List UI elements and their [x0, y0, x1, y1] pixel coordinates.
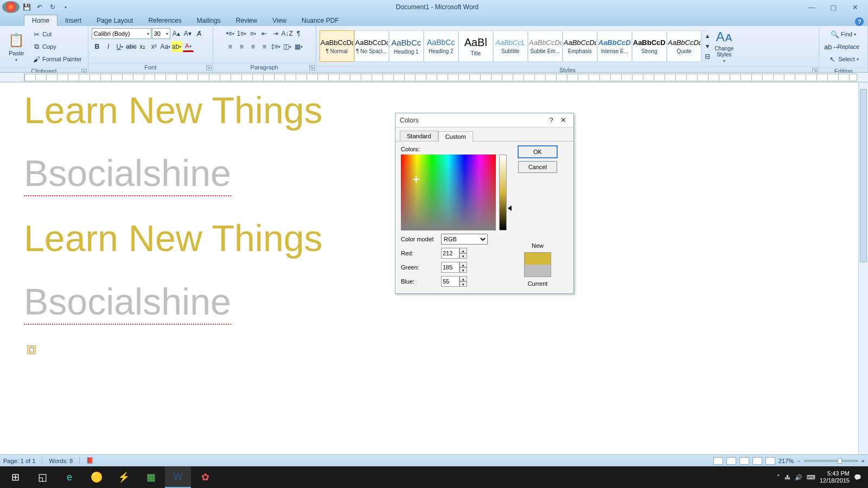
- input-icon[interactable]: ⌨: [807, 474, 815, 481]
- chrome-icon[interactable]: 🟡: [84, 466, 110, 488]
- numbering-button[interactable]: 1≡▾: [236, 28, 247, 39]
- close-button[interactable]: ✕: [847, 2, 863, 12]
- shrink-font-button[interactable]: A▾: [182, 28, 193, 39]
- office-button[interactable]: [2, 1, 20, 13]
- superscript-button[interactable]: x²: [149, 41, 159, 52]
- tab-standard[interactable]: Standard: [400, 131, 438, 142]
- style-item-subtitle[interactable]: AaBbCcLSubtitle: [493, 30, 528, 62]
- align-left-button[interactable]: ≡: [225, 41, 235, 52]
- luminance-slider[interactable]: [499, 155, 507, 230]
- bullets-button[interactable]: •≡▾: [225, 28, 235, 39]
- undo-icon[interactable]: ↶: [35, 2, 44, 12]
- app-icon[interactable]: ▦: [138, 466, 164, 488]
- strikethrough-button[interactable]: abc: [126, 41, 137, 52]
- grow-font-button[interactable]: A▴: [171, 28, 182, 39]
- tray-chevron-icon[interactable]: ˄: [777, 474, 780, 481]
- zoom-out-button[interactable]: −: [797, 458, 800, 464]
- task-view-button[interactable]: ◱: [29, 466, 55, 488]
- spin-down-icon[interactable]: ▾: [459, 281, 467, 287]
- color-model-select[interactable]: RGB: [441, 234, 488, 245]
- start-button[interactable]: ⊞: [2, 466, 28, 488]
- ok-button[interactable]: OK: [518, 146, 557, 158]
- style-item-subtle-em-[interactable]: AaBbCcDdSubtle Em...: [528, 30, 563, 62]
- spin-up-icon[interactable]: ▴: [459, 276, 467, 281]
- paste-button[interactable]: 📋 Paste ▾: [3, 29, 29, 65]
- clock[interactable]: 5:43 PM 12/18/2015: [820, 470, 850, 484]
- spin-up-icon[interactable]: ▴: [459, 262, 467, 267]
- web-layout-view-button[interactable]: [739, 457, 749, 465]
- tab-insert[interactable]: Insert: [58, 15, 89, 26]
- dialog-close-button[interactable]: ✕: [557, 116, 569, 124]
- spin-up-icon[interactable]: ▴: [459, 248, 467, 253]
- green-spinner[interactable]: ▴▾: [441, 262, 467, 273]
- copy-button[interactable]: ⧉Copy: [29, 41, 85, 53]
- spin-down-icon[interactable]: ▾: [459, 253, 467, 259]
- style-item-intense-e-[interactable]: AaBbCcDdIntense E...: [597, 30, 632, 62]
- cut-button[interactable]: ✂Cut: [29, 28, 85, 40]
- zoom-slider-knob[interactable]: [838, 458, 842, 464]
- save-icon[interactable]: 💾: [22, 2, 31, 12]
- multilevel-list-button[interactable]: ≡▾: [247, 28, 258, 39]
- underline-button[interactable]: U▾: [114, 41, 125, 52]
- style-item-heading-2[interactable]: AaBbCcHeading 2: [424, 30, 458, 62]
- page-status[interactable]: Page: 1 of 1: [3, 458, 35, 464]
- style-item-emphasis[interactable]: AaBbCcDdEmphasis: [563, 30, 597, 62]
- style-item--normal[interactable]: AaBbCcDd¶ Normal: [320, 30, 354, 62]
- change-case-button[interactable]: Aa▾: [160, 41, 171, 52]
- volume-icon[interactable]: 🔊: [795, 474, 802, 481]
- tab-review[interactable]: Review: [228, 15, 265, 26]
- increase-indent-button[interactable]: ⇥: [270, 28, 281, 39]
- red-input[interactable]: [441, 248, 459, 259]
- tab-references[interactable]: References: [141, 15, 189, 26]
- tab-custom[interactable]: Custom: [438, 131, 473, 142]
- highlight-button[interactable]: ab▾: [171, 41, 182, 52]
- align-center-button[interactable]: ≡: [236, 41, 247, 52]
- qat-customize-icon[interactable]: ▾: [61, 2, 71, 12]
- decrease-indent-button[interactable]: ⇤: [259, 28, 270, 39]
- dialog-help-button[interactable]: ?: [545, 116, 557, 124]
- horizontal-ruler[interactable]: [24, 74, 857, 81]
- cancel-button[interactable]: Cancel: [518, 161, 557, 173]
- tab-view[interactable]: View: [265, 15, 294, 26]
- italic-button[interactable]: I: [103, 41, 114, 52]
- justify-button[interactable]: ≡: [259, 41, 270, 52]
- style-item-strong[interactable]: AaBbCcDdStrong: [632, 30, 667, 62]
- select-button[interactable]: ↖Select▾: [825, 53, 861, 65]
- draft-view-button[interactable]: [765, 457, 775, 465]
- help-icon[interactable]: ?: [855, 17, 864, 26]
- dialog-launcher-icon[interactable]: ↘: [309, 65, 315, 70]
- green-input[interactable]: [441, 262, 459, 273]
- paste-options-smart-tag[interactable]: 📋: [27, 345, 36, 354]
- line-spacing-button[interactable]: ‡≡▾: [270, 41, 281, 52]
- style-item--no-spaci-[interactable]: AaBbCcDd¶ No Spaci...: [354, 30, 389, 62]
- app2-icon[interactable]: ✿: [192, 466, 218, 488]
- blue-input[interactable]: [441, 276, 459, 287]
- blue-spinner[interactable]: ▴▾: [441, 276, 467, 287]
- color-field[interactable]: [401, 155, 496, 230]
- tab-mailings[interactable]: Mailings: [189, 15, 228, 26]
- full-screen-view-button[interactable]: [726, 457, 736, 465]
- zoom-slider[interactable]: [804, 460, 858, 462]
- format-painter-button[interactable]: 🖌Format Painter: [29, 53, 85, 65]
- word-taskbar-icon[interactable]: W: [165, 466, 191, 488]
- notifications-icon[interactable]: 💬: [854, 474, 861, 481]
- red-spinner[interactable]: ▴▾: [441, 248, 467, 259]
- vertical-scrollbar[interactable]: [858, 82, 868, 476]
- styles-gallery[interactable]: AaBbCcDd¶ NormalAaBbCcDd¶ No Spaci...AaB…: [320, 30, 701, 62]
- proofing-icon[interactable]: 📕: [86, 457, 94, 464]
- word-count[interactable]: Words: 8: [49, 458, 73, 464]
- scrollbar-thumb[interactable]: [860, 89, 867, 262]
- spin-down-icon[interactable]: ▾: [459, 267, 467, 273]
- tab-page-layout[interactable]: Page Layout: [89, 15, 141, 26]
- print-layout-view-button[interactable]: [713, 457, 723, 465]
- bold-button[interactable]: B: [92, 41, 103, 52]
- network-icon[interactable]: 🖧: [784, 474, 790, 480]
- winamp-icon[interactable]: ⚡: [111, 466, 137, 488]
- change-styles-button[interactable]: Aᴀ Change Styles ▾: [709, 28, 739, 64]
- font-name-combo[interactable]: Calibri (Body)▾: [92, 28, 151, 39]
- shading-button[interactable]: ◫▾: [282, 41, 292, 52]
- zoom-in-button[interactable]: +: [861, 458, 865, 464]
- dialog-title-bar[interactable]: Colors ? ✕: [395, 113, 573, 127]
- borders-button[interactable]: ▦▾: [293, 41, 304, 52]
- zoom-level[interactable]: 217%: [778, 458, 794, 464]
